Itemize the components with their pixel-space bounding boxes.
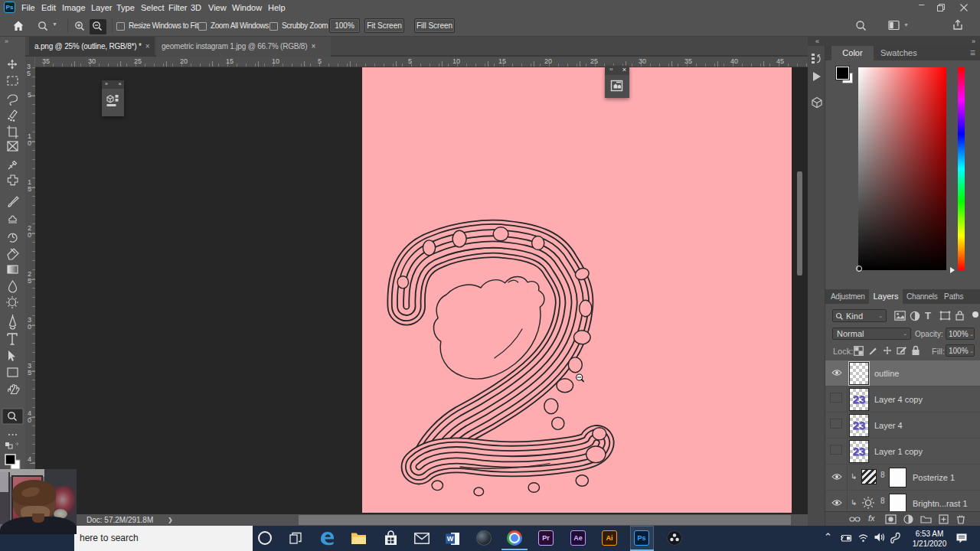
svg-text:W: W <box>447 535 454 543</box>
